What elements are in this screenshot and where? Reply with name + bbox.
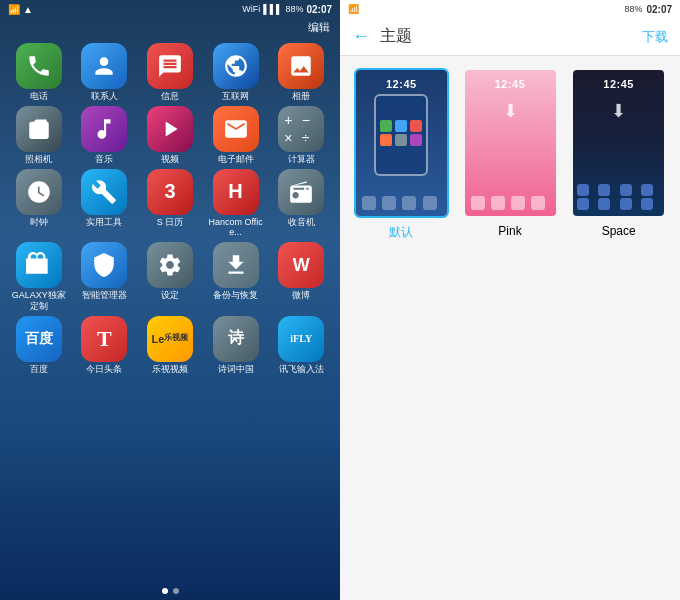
app-camera[interactable]: 照相机	[8, 106, 70, 165]
calculator-label: 计算器	[288, 154, 315, 165]
app-contacts[interactable]: 联系人	[74, 43, 136, 102]
back-button[interactable]: ←	[352, 26, 370, 47]
browser-icon	[213, 43, 259, 89]
app-grid: 电话 联系人 信息 互联网 相册	[0, 39, 340, 379]
app-music[interactable]: 音乐	[74, 106, 136, 165]
email-icon	[213, 106, 259, 152]
theme-panel: 📶 88% 02:07 ← 主题 下载 12:45	[340, 0, 680, 600]
theme-header: ← 主题 下载	[340, 18, 680, 56]
clock-icon	[16, 169, 62, 215]
theme-space-label: Space	[602, 224, 636, 238]
left-status-icons: 📶 ▲	[8, 4, 33, 15]
contacts-icon	[81, 43, 127, 89]
weibo-icon: W	[278, 242, 324, 288]
dot-2	[173, 588, 179, 594]
clock-label: 时钟	[30, 217, 48, 228]
app-video[interactable]: 视频	[139, 106, 201, 165]
backup-icon	[213, 242, 259, 288]
app-backup[interactable]: 备份与恢复	[205, 242, 267, 312]
app-radio[interactable]: 收音机	[270, 169, 332, 239]
app-tools[interactable]: 实用工具	[74, 169, 136, 239]
hancom-label: Hancom Office...	[208, 217, 264, 239]
radio-label: 收音机	[288, 217, 315, 228]
theme-pink-download-icon: ⬇	[503, 100, 518, 122]
app-clock[interactable]: 时钟	[8, 169, 70, 239]
app-poem[interactable]: 诗 诗词中国	[205, 316, 267, 375]
right-status-icons: WiFi ▌▌▌ 88% 02:07	[242, 4, 332, 15]
app-toutiao[interactable]: T 今日头条	[74, 316, 136, 375]
toutiao-icon: T	[81, 316, 127, 362]
camera-icon	[16, 106, 62, 152]
app-browser[interactable]: 互联网	[205, 43, 267, 102]
hancom-icon: H	[213, 169, 259, 215]
app-messages[interactable]: 信息	[139, 43, 201, 102]
theme-default-label: 默认	[389, 224, 413, 241]
baidu-icon: 百度	[16, 316, 62, 362]
theme-default[interactable]: 12:45	[352, 68, 451, 241]
battery-percent: 88%	[285, 4, 303, 14]
email-label: 电子邮件	[218, 154, 254, 165]
smartmgr-icon	[81, 242, 127, 288]
app-ifly[interactable]: iFLY 讯飞输入法	[270, 316, 332, 375]
app-weibo[interactable]: W 微博	[270, 242, 332, 312]
right-signal-icon: 📶	[348, 4, 359, 14]
dot-1	[162, 588, 168, 594]
radio-icon	[278, 169, 324, 215]
ifly-icon: iFLY	[278, 316, 324, 362]
browser-label: 互联网	[222, 91, 249, 102]
download-button[interactable]: 下载	[642, 28, 668, 46]
backup-label: 备份与恢复	[213, 290, 258, 301]
toutiao-label: 今日头条	[86, 364, 122, 375]
wifi-status-icon: WiFi	[242, 4, 260, 14]
app-calculator[interactable]: +−×÷ 计算器	[270, 106, 332, 165]
theme-pink[interactable]: 12:45 ⬇ Pink	[461, 68, 560, 241]
app-galaxy[interactable]: GALAXY独家定制	[8, 242, 70, 312]
app-phone[interactable]: 电话	[8, 43, 70, 102]
baidu-label: 百度	[30, 364, 48, 375]
music-icon	[81, 106, 127, 152]
app-smartmgr[interactable]: 智能管理器	[74, 242, 136, 312]
galaxy-label: GALAXY独家定制	[11, 290, 67, 312]
theme-pink-label: Pink	[498, 224, 521, 238]
tools-label: 实用工具	[86, 217, 122, 228]
page-dots	[0, 582, 340, 600]
theme-list: 12:45	[340, 56, 680, 253]
contacts-label: 联系人	[91, 91, 118, 102]
phone-label: 电话	[30, 91, 48, 102]
camera-label: 照相机	[25, 154, 52, 165]
theme-pink-time: 12:45	[465, 70, 556, 90]
edit-button[interactable]: 编辑	[308, 20, 330, 35]
signal-bars-icon: ▌▌▌	[263, 4, 282, 14]
left-status-bar: 📶 ▲ WiFi ▌▌▌ 88% 02:07	[0, 0, 340, 18]
app-calendar[interactable]: 3 S 日历	[139, 169, 201, 239]
theme-pink-preview: 12:45 ⬇	[463, 68, 558, 218]
right-status-icons: 📶	[348, 4, 359, 14]
right-time: 02:07	[646, 4, 672, 15]
app-baidu[interactable]: 百度 百度	[8, 316, 70, 375]
video-label: 视频	[161, 154, 179, 165]
letv-label: 乐视视频	[152, 364, 188, 375]
weibo-label: 微博	[292, 290, 310, 301]
gallery-icon	[278, 43, 324, 89]
wifi-icon: ▲	[23, 4, 33, 15]
time-display: 02:07	[306, 4, 332, 15]
app-hancom[interactable]: H Hancom Office...	[205, 169, 267, 239]
letv-icon: Le乐视频	[147, 316, 193, 362]
app-gallery[interactable]: 相册	[270, 43, 332, 102]
app-letv[interactable]: Le乐视频 乐视视频	[139, 316, 201, 375]
messages-label: 信息	[161, 91, 179, 102]
theme-space[interactable]: 12:45 ⬇ Space	[569, 68, 668, 241]
poem-label: 诗词中国	[218, 364, 254, 375]
theme-default-preview: 12:45	[354, 68, 449, 218]
tools-icon	[81, 169, 127, 215]
poem-icon: 诗	[213, 316, 259, 362]
theme-space-preview: 12:45 ⬇	[571, 68, 666, 218]
phone-icon	[16, 43, 62, 89]
app-email[interactable]: 电子邮件	[205, 106, 267, 165]
app-settings[interactable]: 设定	[139, 242, 201, 312]
gallery-label: 相册	[292, 91, 310, 102]
ifly-label: 讯飞输入法	[279, 364, 324, 375]
theme-space-download-icon: ⬇	[611, 100, 626, 122]
calendar-label: S 日历	[157, 217, 184, 228]
theme-default-time: 12:45	[356, 70, 447, 90]
